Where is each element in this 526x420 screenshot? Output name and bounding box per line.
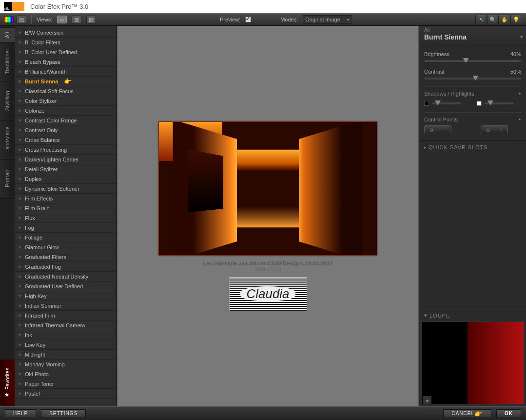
view-split-h[interactable]: ▤ (86, 16, 96, 23)
star-icon[interactable]: ★ (18, 215, 22, 220)
help-button[interactable]: HELP (5, 409, 36, 418)
tab-landscape[interactable]: Landscape (0, 120, 15, 160)
pointer-tool[interactable]: ↖ (475, 15, 487, 24)
filter-list[interactable]: ★B/W Conversion★Bi-Color Filters★Bi-Colo… (15, 26, 117, 406)
filter-item[interactable]: ★Glamour Glow (15, 242, 117, 252)
filter-item[interactable]: ★Flux (15, 213, 117, 223)
star-icon[interactable]: ★ (18, 303, 22, 308)
filter-item[interactable]: ★Old Photo (15, 369, 117, 379)
filter-item[interactable]: ★Dynamic Skin Softener (15, 184, 117, 194)
star-icon[interactable]: ★ (18, 371, 22, 377)
star-icon[interactable]: ★ (18, 381, 22, 386)
control-point-plus[interactable]: ⊖+ (481, 125, 508, 134)
filter-item[interactable]: ★Film Effects (15, 194, 117, 203)
filter-item[interactable]: ★Detail Stylizer (15, 164, 117, 174)
star-icon[interactable]: ★ (18, 322, 22, 328)
filter-item[interactable]: ★Colorize (15, 106, 117, 116)
ok-button[interactable]: OK (496, 409, 521, 418)
filter-item[interactable]: ★Classical Soft Focus (15, 86, 117, 96)
filter-item[interactable]: ★Cross Processing (15, 145, 117, 155)
star-icon[interactable]: ★ (18, 59, 22, 64)
star-icon[interactable]: ★ (18, 196, 22, 201)
star-icon[interactable]: ★ (18, 332, 22, 338)
tab-stylizing[interactable]: Stylizing (0, 81, 15, 120)
filter-item[interactable]: ★Midnight (15, 350, 117, 360)
modes-dropdown[interactable]: Original Image▾ (303, 15, 351, 24)
loupe-star-button[interactable]: ★ (423, 396, 431, 404)
tab-all[interactable]: All (0, 28, 15, 42)
star-icon[interactable]: ★ (18, 69, 22, 74)
preview-checkbox[interactable] (245, 17, 251, 22)
filter-item[interactable]: ★Contrast Color Range (15, 116, 117, 125)
filter-item[interactable]: ★Bi-Color Filters (15, 38, 117, 47)
view-single[interactable]: ▭ (57, 16, 67, 23)
view-thumb-toggle[interactable]: ▤ (17, 16, 26, 23)
star-icon[interactable]: ★ (18, 40, 22, 45)
star-icon[interactable]: ★ (18, 49, 22, 55)
filter-item[interactable]: ★Monday Morning (15, 360, 117, 369)
star-icon[interactable]: ★ (18, 254, 22, 260)
star-icon[interactable]: ★ (18, 137, 22, 142)
tab-favorites[interactable]: ★Favorites (0, 360, 15, 406)
star-icon[interactable]: ★ (18, 166, 22, 172)
filter-item[interactable]: ★Darken/Lighten Center (15, 155, 117, 164)
star-icon[interactable]: ★ (18, 225, 22, 230)
star-icon[interactable]: ★ (18, 352, 22, 357)
star-icon[interactable]: ★ (18, 108, 22, 113)
star-icon[interactable]: ★ (18, 147, 22, 152)
star-icon[interactable]: ★ (18, 283, 22, 289)
star-icon[interactable]: ★ (18, 264, 22, 269)
star-icon[interactable]: ★ (18, 342, 22, 347)
star-icon[interactable]: ★ (18, 186, 22, 191)
star-icon[interactable]: ★ (18, 313, 22, 318)
star-icon[interactable]: ★ (18, 98, 22, 103)
filter-item[interactable]: ★High Key (15, 291, 117, 301)
filter-item[interactable]: ★Graduated Filters (15, 252, 117, 262)
filter-item[interactable]: ★Graduated Fog (15, 262, 117, 272)
filter-item[interactable]: ★B/W Conversion (15, 28, 117, 38)
star-icon[interactable]: ★ (18, 293, 22, 299)
star-icon[interactable]: ★ (18, 79, 22, 84)
star-icon[interactable]: ★ (18, 30, 22, 35)
filter-item[interactable]: ★Graduated User Defined (15, 281, 117, 291)
control-points-section[interactable]: Control Points▸ (424, 112, 521, 122)
star-icon[interactable]: ★ (18, 176, 22, 181)
zoom-tool[interactable]: 🔍 (487, 15, 499, 24)
filter-item[interactable]: ★Cross Balance (15, 135, 117, 145)
view-split-v[interactable]: ▥ (72, 16, 81, 23)
filter-item[interactable]: ★Pastel (15, 389, 117, 399)
tab-traditional[interactable]: Traditional (0, 42, 15, 81)
star-icon[interactable]: ★ (18, 118, 22, 123)
filter-item[interactable]: ★Indian Summer (15, 301, 117, 311)
pan-tool[interactable]: ✋ (499, 15, 510, 24)
loupe-section-header[interactable]: ▾LOUPE (419, 309, 526, 321)
filter-item[interactable]: ★Color Stylizer (15, 96, 117, 106)
filter-item[interactable]: ★Contrast Only (15, 125, 117, 135)
light-tool[interactable]: 💡 (510, 15, 522, 24)
image-canvas[interactable] (158, 121, 377, 256)
filter-item[interactable]: ★Low Key (15, 340, 117, 350)
star-icon[interactable]: ★ (18, 205, 22, 211)
star-icon[interactable]: ★ (18, 391, 22, 396)
brightness-slider[interactable]: Brightness40% (424, 51, 521, 62)
shadows-highlights-section[interactable]: Shadows / Highlights▸ (424, 86, 521, 97)
filter-item[interactable]: ★Foliage (15, 233, 117, 242)
star-icon[interactable]: ★ (18, 127, 22, 133)
quick-save-section[interactable]: ▸QUICK SAVE SLOTS (419, 140, 526, 154)
filter-item[interactable]: ★Fog (15, 223, 117, 233)
star-icon[interactable]: ★ (18, 157, 22, 162)
filter-item[interactable]: ★Infrared Film (15, 311, 117, 320)
palette-icon[interactable] (4, 16, 14, 23)
filter-header[interactable]: All Burnt Sienna ▾ (419, 26, 526, 45)
loupe-view[interactable]: ★ (421, 321, 524, 404)
filter-item[interactable]: ★Bi-Color User Defined (15, 47, 117, 57)
control-point-minus[interactable]: ⊖− (424, 125, 451, 134)
settings-button[interactable]: SETTINGS (41, 409, 86, 418)
filter-item[interactable]: ★Duplex (15, 174, 117, 184)
tab-portrait[interactable]: Portrait (0, 160, 15, 199)
filter-item[interactable]: ★Graduated Neutral Density (15, 272, 117, 281)
filter-item[interactable]: ★Bleach Bypass (15, 57, 117, 67)
star-icon[interactable]: ★ (18, 274, 22, 279)
filter-item[interactable]: ★Infrared Thermal Camera (15, 320, 117, 330)
filter-item[interactable]: ★Ink (15, 330, 117, 340)
